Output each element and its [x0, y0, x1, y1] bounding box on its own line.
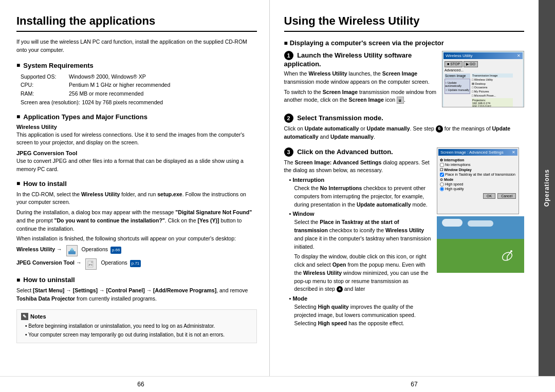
- notes-title: ✎ Notes: [21, 313, 252, 320]
- uninstall-text: Select [Start Menu] → [Settings] → [Cont…: [16, 287, 257, 303]
- spec-row-os: Supported OS: Windows® 2000, Windows® XP: [21, 72, 257, 81]
- step-2-title: 2 Select Transmission mode.: [284, 114, 525, 123]
- spec-table: Supported OS: Windows® 2000, Windows® XP…: [21, 72, 257, 107]
- bullet-mode: Mode: [289, 295, 433, 302]
- step-3-text1: The Screen Image: Advanced Settings dial…: [284, 159, 433, 175]
- how-to-uninstall-title: How to uninstall: [16, 276, 257, 284]
- mode-text: Selecting High quality improves the qual…: [294, 303, 433, 327]
- install-text1: In the CD-ROM, select the Wireless Utili…: [16, 191, 257, 207]
- shortcut-jpeg-label: JPEG Conversion Tool →: [16, 259, 81, 267]
- right-page-number: 67: [411, 381, 417, 388]
- right-title: Using the Wireless Utility: [284, 14, 525, 32]
- system-requirements-title: System Requirements: [16, 62, 257, 69]
- left-intro: If you will use the wireless LAN PC card…: [16, 38, 257, 54]
- place-tasktray-cb: [440, 173, 444, 177]
- svg-text:JPG: JPG: [88, 264, 92, 266]
- cloud-2: [468, 220, 493, 227]
- shortcut-jpeg: JPEG Conversion Tool → JPG Operations p.…: [16, 258, 257, 270]
- operations-tab-text: Operations: [543, 169, 550, 207]
- jpeg-tool-text: Use to convert JPEG and other files into…: [16, 157, 257, 174]
- install-text3: When installation is finished, the follo…: [16, 235, 257, 243]
- how-to-uninstall-section: How to uninstall Select [Start Menu] → […: [16, 276, 257, 303]
- wireless-icon: [66, 245, 78, 256]
- step-2: 2 Select Transmission mode. Click on Upd…: [284, 114, 525, 141]
- svg-point-8: [510, 250, 512, 252]
- shortcut-jpeg-ops: Operations p.71: [101, 259, 141, 267]
- bullet-window: Window: [289, 211, 433, 217]
- note-2: Your computer screen may temporarily go …: [21, 331, 252, 339]
- wu-titlebar: Wireless Utility ✕: [443, 52, 523, 59]
- window-text: Select the Place in Tasktray at the star…: [294, 218, 433, 251]
- right-page: Using the Wireless Utility Displaying a …: [270, 0, 556, 376]
- step-3-title: 3 Click on the Advanced button.: [284, 147, 433, 157]
- step-1: 1 Launch the Wireless Utility software a…: [284, 51, 525, 107]
- left-page: Installing the applications If you will …: [0, 0, 270, 376]
- svg-rect-1: [70, 250, 74, 251]
- window-text2: To display the window, double click on t…: [294, 253, 433, 293]
- application-types-section: Application Types and Major Functions Wi…: [16, 113, 257, 174]
- step-1-title: 1 Launch the Wireless Utility software a…: [284, 51, 438, 68]
- jpeg-icon: JPG: [85, 258, 97, 270]
- advanced-settings-screenshot: Screen Image : Advanced Settings ✕ ✿ Int…: [437, 147, 519, 214]
- step-1-text2: To switch to the Screen Image transmissi…: [284, 88, 438, 105]
- install-text2: During the installation, a dialog box ma…: [16, 209, 257, 233]
- svg-rect-0: [68, 251, 76, 254]
- satellite-dish-icon: [501, 247, 516, 263]
- page-number-bar: 66 67: [0, 376, 555, 392]
- spec-row-screen: Screen area (resolution): 1024 by 768 pi…: [21, 98, 257, 107]
- step-number-3: 3: [284, 147, 293, 157]
- spec-row-ram: RAM: 256 MB or more recommended: [21, 89, 257, 98]
- step-number-1: 1: [284, 51, 293, 60]
- notes-section: ✎ Notes Before beginning installation or…: [16, 309, 257, 343]
- how-to-install-section: How to install In the CD-ROM, select the…: [16, 180, 257, 270]
- step-3: 3 Click on the Advanced button. The Scre…: [284, 147, 525, 330]
- spec-row-cpu: CPU: Pentium M 1 GHz or higher recommend…: [21, 81, 257, 89]
- how-to-install-title: How to install: [16, 180, 257, 188]
- notes-icon: ✎: [21, 313, 28, 320]
- jpeg-tool-heading: JPEG Conversion Tool: [16, 150, 257, 156]
- step-2-text: Click on Update automatically or Update …: [284, 125, 525, 141]
- shortcut-wireless-ops: Operations p.66: [82, 246, 122, 254]
- high-speed-radio: [440, 182, 444, 186]
- operations-tab: Operations: [539, 0, 555, 376]
- application-types-title: Application Types and Major Functions: [16, 113, 257, 121]
- left-page-number: 66: [137, 381, 144, 388]
- adv-content: ✿ Interruption No interruptions ☐ Window…: [438, 156, 517, 200]
- display-section-title: Displaying a computer's screen via the p…: [284, 39, 525, 47]
- wireless-utility-heading: Wireless Utility: [16, 124, 257, 130]
- wireless-utility-screenshot: Wireless Utility ✕ ■ STOP ▶ GO Advanced.…: [442, 51, 524, 107]
- wu-content: ■ STOP ▶ GO Advanced... Screen Image ○ U…: [443, 59, 523, 107]
- shortcut-wireless-label: Wireless Utility →: [16, 246, 62, 254]
- shortcut-wireless: Wireless Utility → Operations p.66: [16, 245, 257, 256]
- wireless-utility-text: This application is used for wireless co…: [16, 131, 257, 147]
- svg-rect-2: [71, 248, 73, 250]
- cloud-1: [442, 219, 462, 227]
- landscape-photo: [437, 216, 524, 273]
- no-interruptions-cb: [440, 163, 444, 167]
- right-screenshots: Screen Image : Advanced Settings ✕ ✿ Int…: [437, 147, 524, 273]
- step-1-text1: When the Wireless Utility launches, the …: [284, 70, 438, 86]
- step-number-2: 2: [284, 114, 293, 123]
- svg-rect-4: [91, 261, 93, 263]
- note-1: Before beginning installation or uninsta…: [21, 322, 252, 330]
- interruption-text: Check the No Interruptions checkbox to p…: [294, 184, 433, 209]
- cancel-button: Cancel: [497, 193, 516, 199]
- adv-titlebar: Screen Image : Advanced Settings ✕: [438, 149, 517, 156]
- ok-button: OK: [483, 193, 495, 199]
- high-quality-radio: [440, 187, 444, 191]
- system-requirements-section: System Requirements Supported OS: Window…: [16, 62, 257, 107]
- bullet-interruption: Interruption: [289, 177, 433, 183]
- left-title: Installing the applications: [16, 14, 257, 32]
